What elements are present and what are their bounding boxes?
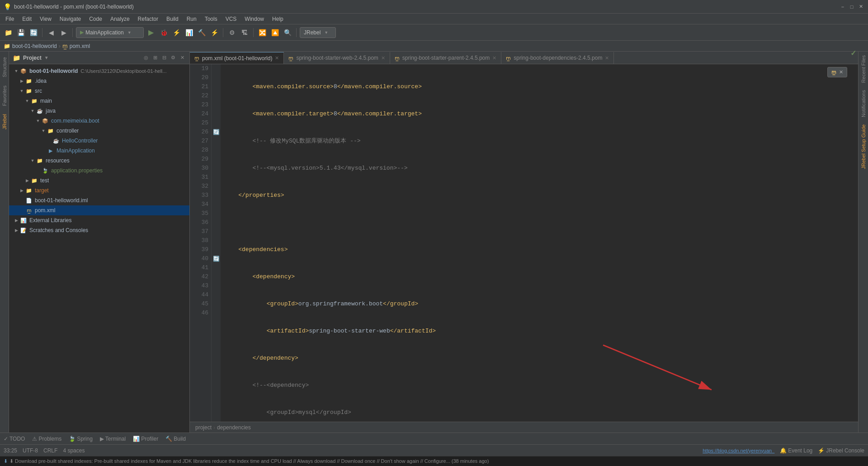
code-editor[interactable]: 19 20 21 22 23 24 25 26 27 28 29 30 31 3… [190,64,858,422]
tree-app-props[interactable]: 🍃 application.properties [9,166,189,176]
src-arrow[interactable]: ▼ [19,88,24,94]
tb-forward-button[interactable]: ▶ [58,27,69,38]
status-line-col[interactable]: 33:25 [4,447,17,454]
code-content[interactable]: <maven.compiler.source>8</maven.compiler… [221,64,858,422]
menu-help[interactable]: Help [269,15,287,23]
tree-target[interactable]: ▶ 📁 target [9,185,189,195]
tb-sdk-manager[interactable]: ⚙ [226,27,237,38]
tree-ext-lib[interactable]: ▶ 📊 External Libraries [9,215,189,225]
tab-dependencies-close[interactable]: ✕ [605,55,609,61]
close-panel-icon[interactable]: ✕ [179,54,186,62]
tree-hello-controller[interactable]: ☕ HelloController [9,136,189,146]
notifications-label[interactable]: Notifications [860,86,867,121]
expand-all-icon[interactable]: ⊞ [151,54,159,62]
tb-search-button[interactable]: 🔍 [282,27,293,38]
status-indent[interactable]: 4 spaces [63,447,85,454]
recent-files-label[interactable]: Recent Files [860,52,867,86]
tb-vcs-button[interactable]: 🔀 [257,27,268,38]
tab-pom-xml[interactable]: m̲ pom.xml (boot-01-helloworld) ✕ [190,52,284,64]
structure-tool[interactable]: Structure [1,53,8,81]
tree-resources[interactable]: ▼ 📁 resources [9,156,189,166]
tree-src[interactable]: ▼ 📁 src [9,86,189,96]
tree-root[interactable]: ▼ 📦 boot-01-helloworld C:\Users\32120\De… [9,66,189,76]
tb-update-button[interactable]: 🔼 [269,27,280,38]
menu-refactor[interactable]: Refactor [134,15,162,23]
spring-tool[interactable]: 🍃 Spring [69,436,93,442]
menu-window[interactable]: Window [241,15,268,23]
tree-controller-folder[interactable]: ▼ 📁 controller [9,126,189,136]
jrebel-popup-close[interactable]: ✕ [839,69,843,75]
tab-dependencies[interactable]: m̲ spring-boot-dependencies-2.4.5.pom ✕ [501,52,614,64]
tb-debug-button[interactable]: 🐞 [158,27,169,38]
terminal-tool[interactable]: ▶ Terminal [100,436,126,442]
tab-starter-web-close[interactable]: ✕ [381,55,385,61]
tb-jrebel-run[interactable]: ⚡ [209,27,220,38]
problems-tool[interactable]: ⚠ Problems [32,436,61,442]
menu-code[interactable]: Code [85,15,106,23]
maximize-button[interactable]: □ [848,3,855,10]
menu-file[interactable]: File [2,15,18,23]
menu-navigate[interactable]: Navigate [56,15,85,23]
main-arrow[interactable]: ▼ [24,98,30,104]
tb-sync-button[interactable]: 🔄 [28,27,39,38]
tb-project-structure[interactable]: 🏗 [239,27,250,38]
minimize-button[interactable]: − [839,3,846,10]
package-arrow[interactable]: ▼ [35,118,41,124]
jrebel-console-item[interactable]: ⚡ JRebel Console [818,447,864,454]
ext-lib-arrow[interactable]: ▶ [14,218,19,223]
target-arrow[interactable]: ▶ [19,188,24,193]
jrebel-tool[interactable]: JRebel [1,110,8,133]
tree-iml[interactable]: 📄 boot-01-helloworld.iml [9,195,189,205]
tb-run-button[interactable]: ▶ [146,27,156,38]
test-arrow[interactable]: ▶ [24,178,30,183]
tree-idea[interactable]: ▶ 📁 .idea [9,76,189,86]
url-value[interactable]: https://blog.csdn.net/yerenyuan_ [703,448,774,453]
tree-pom-xml[interactable]: m̲ pom.xml [9,205,189,215]
build-tool[interactable]: 🔨 Build [165,436,186,442]
menu-view[interactable]: View [36,15,55,23]
event-log-item[interactable]: 🔔 Event Log [780,447,812,454]
tab-starter-web[interactable]: m̲ spring-boot-starter-web-2.4.5.pom ✕ [284,52,390,64]
resources-arrow[interactable]: ▼ [30,158,35,163]
project-dropdown-arrow[interactable]: ▼ [44,55,49,60]
url-item[interactable]: https://blog.csdn.net/yerenyuan_ [703,448,774,453]
tab-pom-xml-close[interactable]: ✕ [275,55,279,61]
menu-analyze[interactable]: Analyze [107,15,133,23]
idea-arrow[interactable]: ▶ [19,78,24,84]
tb-open-button[interactable]: 📁 [3,27,14,38]
tree-test[interactable]: ▶ 📁 test [9,176,189,185]
menu-run[interactable]: Run [183,15,200,23]
favorites-tool[interactable]: Favorites [1,82,8,109]
tree-main[interactable]: ▼ 📁 main [9,96,189,106]
tb-back-button[interactable]: ◀ [46,27,57,38]
java-arrow[interactable]: ▼ [30,108,35,114]
tree-main-app[interactable]: ▶ MainApplication [9,146,189,156]
status-line-sep[interactable]: CRLF [43,447,57,454]
tb-build-button[interactable]: 🔨 [196,27,207,38]
tb-profile-button[interactable]: 📊 [184,27,194,38]
tree-package[interactable]: ▼ 📦 com.meimeixia.boot [9,116,189,126]
todo-tool[interactable]: ✓ TODO [4,436,25,442]
jrebel-setup-label[interactable]: JRebel Setup Guide [860,121,867,172]
jrebel-dropdown[interactable]: JRebel ▼ [300,27,336,38]
run-config-dropdown[interactable]: ▶ MainApplication ▼ [76,27,144,38]
profiler-tool[interactable]: 📊 Profiler [133,436,158,442]
status-encoding[interactable]: UTF-8 [23,447,38,454]
tb-coverage-button[interactable]: ⚡ [171,27,182,38]
menu-tools[interactable]: Tools [201,15,221,23]
tree-java[interactable]: ▼ ☕ java [9,106,189,116]
menu-edit[interactable]: Edit [19,15,35,23]
settings-icon[interactable]: ⚙ [170,54,177,62]
menu-build[interactable]: Build [163,15,182,23]
controller-arrow[interactable]: ▼ [41,128,46,133]
menu-vcs[interactable]: VCS [222,15,241,23]
tree-scratches[interactable]: ▶ 📝 Scratches and Consoles [9,225,189,235]
root-arrow[interactable]: ▼ [14,68,19,74]
locate-icon[interactable]: ◎ [142,54,150,62]
tb-save-button[interactable]: 💾 [15,27,26,38]
tab-starter-parent[interactable]: m̲ spring-boot-starter-parent-2.4.5.pom … [390,52,501,64]
tab-starter-parent-close[interactable]: ✕ [492,55,496,61]
scratches-arrow[interactable]: ▶ [14,228,19,233]
collapse-all-icon[interactable]: ⊟ [160,54,168,62]
close-button[interactable]: ✕ [857,3,864,10]
